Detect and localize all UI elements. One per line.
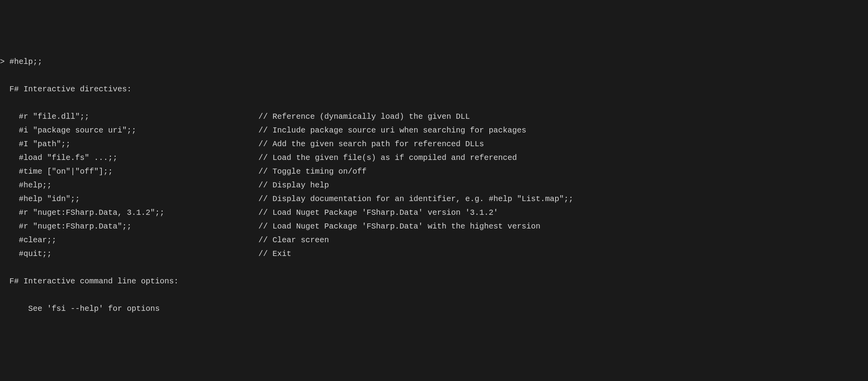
directive-row: #help "idn";; // Display documentation f… [0, 192, 868, 206]
directive-comment: // Exit [258, 249, 291, 258]
directive-cmd: #load "file.fs" ...;; [0, 153, 258, 162]
directive-comment: // Reference (dynamically load) the give… [258, 112, 470, 121]
directive-row: #r "nuget:FSharp.Data";; // Load Nuget P… [0, 220, 868, 233]
directive-row: #r "file.dll";; // Reference (dynamicall… [0, 110, 868, 123]
directive-cmd: #r "file.dll";; [0, 112, 258, 121]
directive-comment: // Load the given file(s) as if compiled… [258, 153, 517, 162]
directive-cmd: #help;; [0, 181, 258, 190]
directive-cmd: #I "path";; [0, 140, 258, 149]
directive-comment: // Load Nuget Package 'FSharp.Data' vers… [258, 208, 498, 217]
directive-comment: // Clear screen [258, 236, 329, 245]
options-header: F# Interactive command line options: [0, 274, 868, 288]
options-note: See 'fsi --help' for options [0, 302, 868, 316]
directive-row: #time ["on"|"off"];; // Toggle timing on… [0, 165, 868, 178]
directive-row: #clear;; // Clear screen [0, 233, 868, 247]
blank-line [0, 96, 868, 110]
directive-row: #I "path";; // Add the given search path… [0, 137, 868, 151]
directive-comment: // Toggle timing on/off [258, 167, 366, 176]
directive-comment: // Include package source uri when searc… [258, 126, 526, 135]
directive-comment: // Display help [258, 181, 329, 190]
terminal-output[interactable]: > #help;; F# Interactive directives: #r … [0, 55, 868, 316]
prompt-line: > #help;; [0, 55, 868, 69]
directives-header: F# Interactive directives: [0, 82, 868, 96]
directive-comment: // Load Nuget Package 'FSharp.Data' with… [258, 222, 540, 231]
directive-row: #load "file.fs" ...;; // Load the given … [0, 151, 868, 165]
directive-cmd: #help "idn";; [0, 194, 258, 203]
directive-row: #quit;; // Exit [0, 247, 868, 261]
directive-cmd: #r "nuget:FSharp.Data";; [0, 222, 258, 231]
directive-cmd: #time ["on"|"off"];; [0, 167, 258, 176]
directive-comment: // Add the given search path for referen… [258, 140, 484, 149]
blank-line [0, 69, 868, 82]
directive-row: #help;; // Display help [0, 178, 868, 192]
directive-cmd: #i "package source uri";; [0, 126, 258, 135]
directive-cmd: #r "nuget:FSharp.Data, 3.1.2";; [0, 208, 258, 217]
blank-line [0, 288, 868, 302]
directive-row: #i "package source uri";; // Include pac… [0, 123, 868, 137]
blank-line [0, 261, 868, 274]
directive-row: #r "nuget:FSharp.Data, 3.1.2";; // Load … [0, 206, 868, 220]
directive-cmd: #quit;; [0, 249, 258, 258]
directive-cmd: #clear;; [0, 236, 258, 245]
directive-comment: // Display documentation for an identifi… [258, 194, 573, 203]
